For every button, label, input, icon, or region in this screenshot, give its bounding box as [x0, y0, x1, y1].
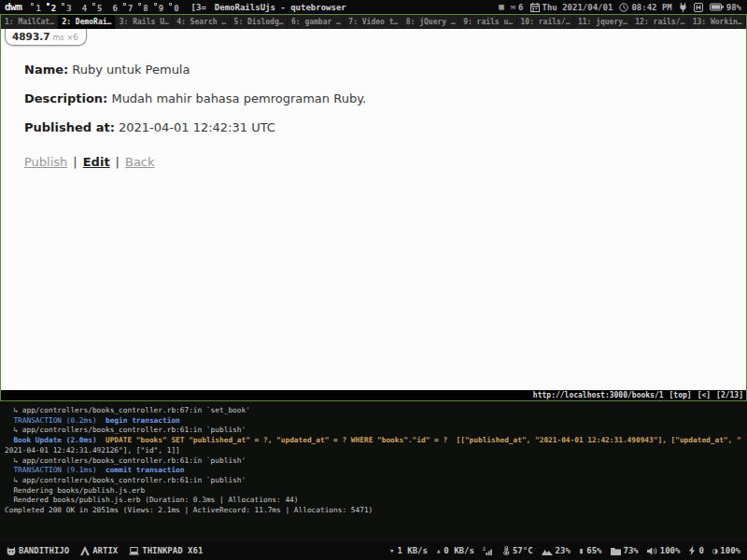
system-status-area: ▦✉6Thu 2021/04/0108:42 PM98%	[499, 3, 747, 12]
cat-icon	[7, 547, 16, 555]
status-url: http://localhost:3000/books/1	[533, 391, 664, 399]
os-module-value: ARTIX	[92, 546, 118, 555]
browser-tab-13[interactable]: 13: Workin…	[689, 15, 746, 29]
brightness-icon: ◑	[712, 547, 717, 555]
brightness-module-value: 100%	[720, 546, 740, 555]
browser-tab-5[interactable]: 5: Dislodg…	[231, 15, 288, 29]
memory-module-value: 23%	[556, 546, 571, 555]
browser-tab-3[interactable]: 3: Rails U…	[116, 15, 173, 29]
net-down-module: ▾1 KB/s	[389, 546, 428, 555]
date-module: Thu 2021/04/01	[530, 3, 613, 12]
workspace-tag-5[interactable]: 5	[91, 2, 106, 13]
battery-module-value: 65%	[586, 546, 601, 555]
disk-module-value: 73%	[624, 546, 639, 555]
qutebrowser-window: 1: MailCat…2: DemoRai…3: Rails U…4: Sear…	[0, 14, 747, 401]
workspace-tag-2[interactable]: 2	[45, 2, 60, 13]
browser-tab-9[interactable]: 9: rails u…	[459, 15, 516, 29]
systray-module: ▦	[499, 3, 503, 11]
workspace-tag-0[interactable]: 0	[167, 2, 182, 13]
battery-module: 98%	[710, 3, 741, 12]
link-edit[interactable]: Edit	[83, 155, 110, 169]
field-label: Description:	[24, 91, 107, 105]
browser-tab-12[interactable]: 12: rails/…	[631, 15, 688, 29]
mail-module: ✉6	[511, 3, 524, 12]
browser-tab-2[interactable]: 2: DemoRai…	[58, 15, 115, 29]
os-module: ARTIX	[80, 546, 118, 555]
terminal-line: Rendered books/publish.js.erb (Duration:…	[5, 496, 747, 506]
thermometer-icon	[502, 546, 510, 555]
tag-indicator	[62, 3, 64, 6]
browser-tab-7[interactable]: 7: Video t…	[345, 15, 402, 29]
workspace-tag-7[interactable]: 7	[121, 2, 136, 13]
desktop: dwm 1234567890 [3= DemoRailsUjs - qutebr…	[0, 0, 747, 560]
workspace-tags: 1234567890	[29, 2, 182, 13]
disk-module: 73%	[611, 546, 639, 555]
date-module-value: Thu 2021/04/01	[543, 3, 613, 12]
mail-module-value: 6	[518, 3, 523, 12]
link-back[interactable]: Back	[125, 155, 155, 169]
book-fields: Name: Ruby untuk PemulaDescription: Muda…	[24, 63, 746, 134]
hdd-module	[694, 3, 703, 12]
bottom-bar-right: ▾1 KB/s▴0 KB/s257°C23%▮65%73%100%0◑100%	[389, 546, 740, 555]
field-label: Published at:	[24, 120, 115, 134]
workspace-tag-9[interactable]: 9	[152, 2, 167, 13]
terminal-line: TRANSACTION (0.2ms) begin transaction	[5, 416, 747, 427]
field-row: Published at: 2021-04-01 12:42:31 UTC	[24, 120, 746, 134]
net-up-module-value: 0 KB/s	[444, 546, 474, 555]
bottom-bar-left: BANDITHIJOARTIXTHINKPAD X61	[7, 546, 203, 555]
tag-indicator	[154, 3, 157, 6]
link-separator: |	[116, 155, 120, 169]
workspace-tag-6[interactable]: 6	[106, 2, 120, 13]
browser-tab-6[interactable]: 6: gambar …	[288, 15, 345, 29]
host-module-value: BANDITHIJO	[19, 546, 69, 555]
terminal-line: Book Update (2.0ms) UPDATE "books" SET "…	[5, 436, 747, 446]
power-module	[679, 3, 687, 12]
browser-tab-10[interactable]: 10: rails/…	[517, 15, 574, 29]
browser-tab-4[interactable]: 4: Search …	[173, 15, 230, 29]
terminal-line: TRANSACTION (9.1ms) commit transaction	[5, 466, 747, 476]
plug-icon	[679, 3, 687, 12]
volume-module: 100%	[647, 546, 681, 555]
battery-cell-icon: ▮	[579, 547, 584, 555]
status-scroll-position: [top]	[669, 391, 692, 399]
link-separator: |	[73, 155, 77, 169]
browser-tab-11[interactable]: 11: jquery…	[574, 15, 631, 29]
tag-indicator	[123, 3, 126, 6]
battery-module-value: 98%	[726, 3, 741, 12]
down-arrow-icon: ▾	[389, 547, 394, 555]
status-tab-index: [2/13]	[716, 391, 743, 399]
profiler-badge[interactable]: 4893.7 ms ×6	[5, 29, 87, 46]
tag-indicator	[138, 3, 141, 6]
temperature-module-value: 57°C	[513, 546, 533, 555]
up-arrow-icon: ▴	[436, 547, 441, 555]
browser-status-bar: http://localhost:3000/books/1 [top] [<] …	[1, 390, 746, 400]
signal-module: 2	[483, 547, 494, 555]
terminal-window[interactable]: ↳ app/controllers/books_controller.rb:67…	[0, 401, 747, 541]
window-title: DemoRailsUjs - qutebrowser	[215, 3, 346, 12]
net-down-module-value: 1 KB/s	[397, 546, 428, 555]
workspace-tag-4[interactable]: 4	[76, 2, 91, 13]
field-label: Name:	[24, 63, 68, 77]
status-history-indicator: [<]	[698, 391, 711, 399]
browser-page: 4893.7 ms ×6 Name: Ruby untuk PemulaDesc…	[1, 29, 746, 390]
net-up-module: ▴0 KB/s	[436, 546, 474, 555]
dwm-status-bar: dwm 1234567890 [3= DemoRailsUjs - qutebr…	[0, 0, 747, 14]
profiler-unit: ms	[53, 34, 64, 42]
terminal-line: Rendering books/publish.js.erb	[5, 486, 747, 497]
svg-text:2: 2	[483, 547, 486, 552]
workspace-tag-1[interactable]: 1	[29, 2, 44, 13]
bottom-status-bar: BANDITHIJOARTIXTHINKPAD X61 ▾1 KB/s▴0 KB…	[0, 541, 747, 560]
link-publish[interactable]: Publish	[24, 155, 67, 169]
h-indicator-icon	[694, 3, 703, 12]
tag-indicator	[169, 3, 172, 6]
workspace-tag-8[interactable]: 8	[136, 2, 151, 13]
time-module-value: 08:42 PM	[631, 3, 671, 12]
tag-indicator	[31, 3, 34, 6]
memory-icon	[542, 547, 553, 555]
field-row: Name: Ruby untuk Pemula	[24, 63, 746, 77]
volume-icon	[647, 547, 657, 555]
browser-tab-8[interactable]: 8: jQuery …	[402, 15, 459, 29]
terminal-line: ↳ app/controllers/books_controller.rb:67…	[5, 406, 747, 416]
workspace-tag-3[interactable]: 3	[60, 2, 75, 13]
browser-tab-1[interactable]: 1: MailCat…	[1, 15, 58, 29]
